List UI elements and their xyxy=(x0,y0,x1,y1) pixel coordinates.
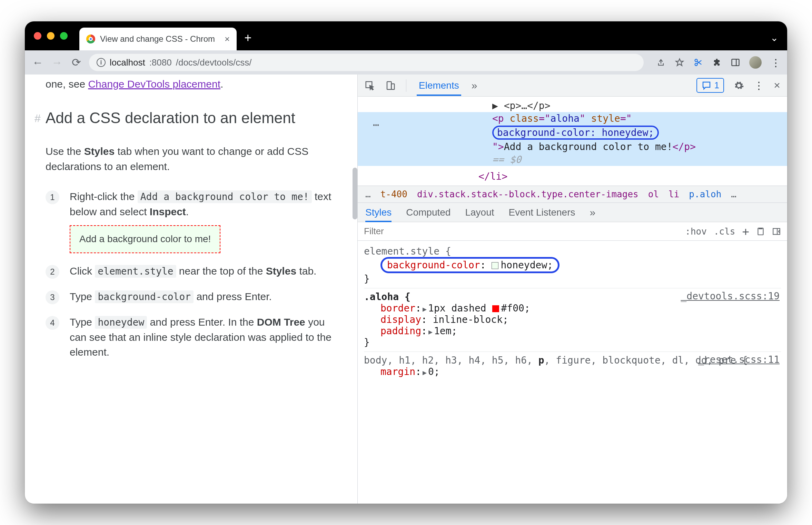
browser-tab[interactable]: View and change CSS - Chrom × xyxy=(79,28,237,50)
step-body: Type honeydew and press Enter. In the DO… xyxy=(70,315,337,360)
text: . xyxy=(186,206,189,217)
cls-toggle[interactable]: .cls xyxy=(714,226,735,237)
settings-gear-icon[interactable] xyxy=(734,80,744,91)
computed-sidebar-icon[interactable] xyxy=(772,227,781,236)
demo-honeydew-box[interactable]: Add a background color to me! xyxy=(70,225,220,253)
share-icon[interactable] xyxy=(656,58,666,67)
inspect-element-icon[interactable] xyxy=(365,80,375,91)
close-window-icon[interactable] xyxy=(34,32,41,40)
code-honeydew: honeydew xyxy=(95,316,147,329)
hov-toggle[interactable]: :hov xyxy=(685,226,707,237)
dom-breadcrumbs[interactable]: … t-400 div.stack.stack--block.type.cent… xyxy=(358,186,787,203)
bc-ellipsis[interactable]: … xyxy=(731,189,736,199)
back-button[interactable]: ← xyxy=(31,56,44,69)
tab-styles[interactable]: Styles xyxy=(365,203,392,222)
step-body: Click element.style near the top of the … xyxy=(70,264,337,279)
page-heading: # Add a CSS declaration to an element xyxy=(46,107,337,129)
style-rules: element.style { background-color: honeyd… xyxy=(358,241,787,381)
text: . xyxy=(220,78,223,90)
address-bar[interactable]: i localhost:8080/docs/devtools/css/ xyxy=(89,54,644,71)
sidepanel-icon[interactable] xyxy=(731,58,740,67)
step-number: 3 xyxy=(46,290,59,304)
url-path: /docs/devtools/css/ xyxy=(176,57,252,68)
color-swatch-icon[interactable] xyxy=(492,305,499,312)
device-classes-icon[interactable] xyxy=(756,227,765,236)
new-rule-plus-icon[interactable]: + xyxy=(742,225,749,238)
selector: element.style { xyxy=(364,246,451,257)
dom-node-selected[interactable]: <p class="aloha" style=" background-colo… xyxy=(358,112,787,166)
scissors-icon[interactable] xyxy=(693,58,703,67)
text: tab. xyxy=(296,265,316,277)
bc-item[interactable]: ol xyxy=(648,189,659,199)
chrome-favicon-icon xyxy=(86,34,95,43)
issues-badge[interactable]: 1 xyxy=(696,78,724,93)
tab-elements[interactable]: Elements xyxy=(417,75,461,96)
bc-item-active[interactable]: p.aloh xyxy=(689,189,721,199)
text: Right-click the xyxy=(70,191,138,202)
tab-computed[interactable]: Computed xyxy=(406,207,450,218)
dom-node-p-collapsed[interactable]: ▶ <p>…</p> xyxy=(358,99,787,112)
rule-aloha[interactable]: _devtools.scss:19 .aloha { border:▶1px d… xyxy=(364,288,781,352)
selector: p xyxy=(538,355,544,366)
close-devtools-icon[interactable]: × xyxy=(774,79,780,92)
zoom-window-icon[interactable] xyxy=(60,32,68,40)
bc-item[interactable]: t-400 xyxy=(380,189,407,199)
source-link[interactable]: _devtools.scss:19 xyxy=(681,290,780,302)
inspect-strong: Inspect xyxy=(150,206,186,217)
step-2: 2 Click element.style near the top of th… xyxy=(46,264,337,279)
device-toolbar-icon[interactable] xyxy=(385,80,396,91)
styles-filter-input[interactable] xyxy=(364,226,678,237)
dom-ellipsis-icon[interactable]: ⋯ xyxy=(373,119,379,131)
text: near the top of the xyxy=(176,265,266,277)
bc-ellipsis[interactable]: … xyxy=(365,189,371,199)
dom-tree-strong: DOM Tree xyxy=(257,316,305,328)
devtools-menu-icon[interactable]: ⋮ xyxy=(754,79,764,91)
bookmark-star-icon[interactable] xyxy=(675,58,684,67)
text: Type xyxy=(70,291,95,302)
minimize-window-icon[interactable] xyxy=(47,32,55,40)
text: and press Enter. In the xyxy=(147,316,257,328)
site-info-icon[interactable]: i xyxy=(97,58,106,67)
styles-strong: Styles xyxy=(266,265,296,277)
svg-rect-2 xyxy=(732,59,739,66)
more-tabs-chevron-icon[interactable]: » xyxy=(472,80,477,91)
dom-node-li-close[interactable]: </li> xyxy=(358,170,787,183)
browser-menu-icon[interactable]: ⋮ xyxy=(771,57,781,69)
anchor-hash-icon[interactable]: # xyxy=(34,110,41,126)
rule-element-style[interactable]: element.style { background-color: honeyd… xyxy=(364,243,781,288)
reload-button[interactable]: ⟳ xyxy=(70,56,83,69)
intro-paragraph: Use the Styles tab when you want to chan… xyxy=(46,144,337,174)
step-1: 1 Right-click the Add a background color… xyxy=(46,189,337,253)
dom-tree[interactable]: ⋯ ▶ <p>…</p> <p class="aloha" style=" ba… xyxy=(358,97,787,186)
color-swatch-icon[interactable] xyxy=(492,262,498,269)
more-styles-tabs-chevron-icon[interactable]: » xyxy=(590,207,596,218)
step-body: Right-click the Add a background color t… xyxy=(70,189,337,253)
step-number: 2 xyxy=(46,265,59,279)
rule-reset[interactable]: _reset.scss:11 body, h1, h2, h3, h4, h5,… xyxy=(364,352,781,381)
extensions-icon[interactable] xyxy=(712,58,722,67)
styles-tabstrip: Styles Computed Layout Event Listeners » xyxy=(358,203,787,222)
bc-item[interactable]: li xyxy=(669,189,679,199)
close-tab-icon[interactable]: × xyxy=(225,34,230,44)
step-4: 4 Type honeydew and press Enter. In the … xyxy=(46,315,337,360)
bc-item[interactable]: div.stack.stack--block.type.center-image… xyxy=(417,189,638,199)
selector: .aloha { xyxy=(364,291,410,303)
selector: body, h1, h2, h3, h4, h5, h6, xyxy=(364,355,538,366)
new-tab-button[interactable]: + xyxy=(244,31,251,45)
tab-overflow-chevron-icon[interactable]: ⌄ xyxy=(770,32,778,43)
styles-filter-bar: :hov .cls + xyxy=(358,222,787,241)
change-placement-link[interactable]: Change DevTools placement xyxy=(88,78,220,90)
page-fragment: one, see Change DevTools placement. xyxy=(46,77,337,92)
svg-rect-5 xyxy=(392,84,395,89)
titlebar: View and change CSS - Chrom × + ⌄ xyxy=(25,21,787,50)
profile-avatar-icon[interactable] xyxy=(749,56,762,69)
source-link[interactable]: _reset.scss:11 xyxy=(698,354,780,365)
heading-text: Add a CSS declaration to an element xyxy=(46,109,295,126)
highlight-style-pill: background-color: honeydew; xyxy=(492,126,659,140)
tab-layout[interactable]: Layout xyxy=(465,207,494,218)
text: Type xyxy=(70,316,95,328)
page-scrollbar[interactable] xyxy=(353,168,357,219)
window-controls xyxy=(34,32,68,40)
tab-event-listeners[interactable]: Event Listeners xyxy=(509,207,575,218)
page-content: one, see Change DevTools placement. # Ad… xyxy=(25,75,357,504)
